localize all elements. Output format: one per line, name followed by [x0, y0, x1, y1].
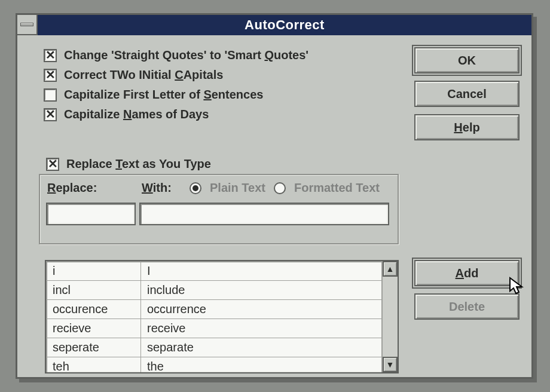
- scroll-track[interactable]: [383, 277, 398, 357]
- delete-button: Delete: [414, 293, 520, 320]
- checkbox-label: Replace Text as You Type: [66, 157, 211, 171]
- radio-formatted-text[interactable]: Formatted Text: [274, 181, 380, 195]
- autocorrect-entries-list[interactable]: iIinclincludeoccurenceoccurrencereciever…: [45, 260, 399, 373]
- checkbox-label: Change 'Straight Quotes' to 'Smart Quote…: [64, 48, 308, 62]
- entry-replace-cell: teh: [47, 357, 141, 373]
- table-row[interactable]: inclinclude: [47, 281, 382, 300]
- vertical-scrollbar[interactable]: ▲ ▼: [382, 261, 398, 372]
- title-bar: AutoCorrect: [17, 15, 531, 35]
- entry-replace-cell: incl: [47, 281, 141, 300]
- autocorrect-dialog: AutoCorrect Change 'Straight Quotes' to …: [16, 13, 533, 379]
- arrow-down-icon: ▼: [386, 360, 395, 369]
- entry-with-cell: occurrence: [141, 300, 382, 319]
- entry-replace-cell: recieve: [47, 319, 141, 338]
- entry-with-cell: receive: [141, 319, 382, 338]
- table-row[interactable]: iI: [47, 262, 382, 281]
- table-row[interactable]: tehthe: [47, 357, 382, 373]
- checkbox-label: Correct TWo INitial CApitals: [64, 68, 223, 82]
- checkbox-icon: [44, 69, 57, 82]
- dialog-title: AutoCorrect: [38, 15, 531, 35]
- entries-button-column: Add Delete: [414, 260, 520, 320]
- scroll-down-button[interactable]: ▼: [383, 357, 398, 372]
- with-label: With:: [142, 181, 190, 195]
- checkbox-icon: [46, 158, 59, 171]
- entries-table: iIinclincludeoccurenceoccurrencereciever…: [46, 261, 382, 372]
- system-menu-icon: [20, 23, 33, 26]
- replace-labels-row: Replace: With: Plain Text Formatted Text: [47, 181, 380, 195]
- entry-with-cell: include: [141, 281, 382, 300]
- add-button[interactable]: Add: [414, 260, 520, 286]
- cancel-button[interactable]: Cancel: [414, 81, 520, 107]
- with-input[interactable]: [139, 203, 389, 225]
- replace-fields-row: [46, 203, 389, 225]
- checkbox-label: Capitalize Names of Days: [64, 108, 209, 121]
- entry-replace-cell: occurence: [47, 300, 141, 319]
- system-menu-button[interactable]: [17, 15, 38, 35]
- dialog-body: Change 'Straight Quotes' to 'Smart Quote…: [17, 35, 531, 377]
- radio-label: Plain Text: [210, 181, 265, 195]
- table-row[interactable]: seperateseparate: [47, 338, 382, 357]
- entry-with-cell: separate: [141, 338, 382, 357]
- scroll-up-button[interactable]: ▲: [383, 261, 398, 277]
- checkbox-icon: [44, 49, 57, 62]
- table-row[interactable]: occurenceoccurrence: [47, 300, 382, 319]
- arrow-up-icon: ▲: [386, 264, 395, 274]
- checkbox-replace-as-you-type[interactable]: Replace Text as You Type: [46, 157, 215, 171]
- radio-plain-text[interactable]: Plain Text: [190, 181, 265, 195]
- radio-icon: [274, 182, 286, 194]
- entry-replace-cell: i: [47, 262, 141, 281]
- entry-with-cell: I: [141, 262, 382, 281]
- radio-label: Formatted Text: [294, 181, 380, 195]
- radio-icon: [190, 182, 201, 194]
- ok-button[interactable]: OK: [414, 47, 520, 74]
- dialog-button-column: OK Cancel Help: [414, 47, 520, 140]
- entry-replace-cell: seperate: [47, 338, 141, 357]
- checkbox-label: Capitalize First Letter of Sentences: [64, 88, 263, 102]
- checkbox-icon: [44, 88, 57, 102]
- checkbox-icon: [44, 108, 57, 121]
- entry-with-cell: the: [141, 357, 382, 373]
- replace-input[interactable]: [46, 203, 136, 225]
- replace-label: Replace:: [47, 181, 142, 195]
- table-row[interactable]: recievereceive: [47, 319, 382, 338]
- help-button[interactable]: Help: [414, 114, 520, 140]
